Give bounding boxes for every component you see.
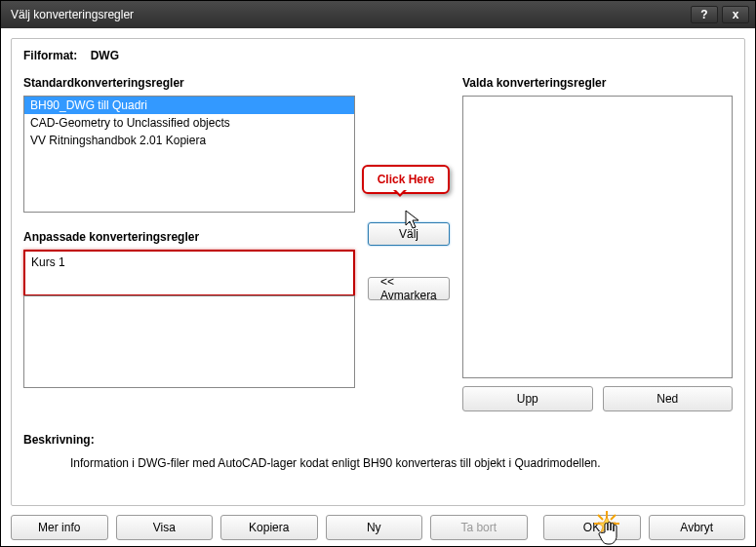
callout-text: Click Here: [378, 173, 435, 186]
close-button[interactable]: x: [722, 6, 749, 23]
file-format-label: Filformat:: [23, 49, 77, 62]
up-button-label: Upp: [517, 392, 538, 406]
delete-button: Ta bort: [430, 515, 528, 540]
delete-label: Ta bort: [460, 521, 497, 534]
custom-rules-list-extra[interactable]: [23, 295, 355, 388]
custom-rules-list[interactable]: Kurs 1: [23, 250, 355, 296]
select-button[interactable]: Välj: [368, 222, 450, 246]
deselect-button[interactable]: << Avmarkera: [368, 277, 450, 300]
custom-rules-label: Anpassade konverteringsregler: [23, 230, 355, 244]
list-item[interactable]: CAD-Geometry to Unclassified objects: [24, 114, 354, 132]
new-button[interactable]: Ny: [326, 515, 423, 540]
dialog-content: Filformat: DWG Standardkonverteringsregl…: [1, 28, 755, 546]
description-text: Information i DWG-filer med AutoCAD-lage…: [70, 456, 733, 470]
more-info-button[interactable]: Mer info: [11, 515, 108, 540]
standard-rules-list[interactable]: BH90_DWG till Quadri CAD-Geometry to Unc…: [23, 96, 355, 213]
title-bar: Välj konverteringsregler ? x: [1, 1, 755, 28]
ok-label: OK: [583, 521, 600, 534]
close-icon: x: [733, 8, 739, 21]
down-button-label: Ned: [657, 392, 678, 406]
new-label: Ny: [367, 521, 381, 534]
window-title: Välj konverteringsregler: [11, 8, 687, 21]
help-button[interactable]: ?: [691, 6, 718, 23]
callout-tooltip: Click Here: [362, 165, 450, 194]
show-label: Visa: [153, 521, 176, 534]
select-button-label: Välj: [399, 227, 418, 241]
cancel-button[interactable]: Avbryt: [649, 515, 746, 540]
more-info-label: Mer info: [38, 521, 80, 534]
cancel-label: Avbryt: [680, 521, 713, 534]
selected-rules-label: Valda konverteringsregler: [462, 76, 733, 90]
copy-button[interactable]: Kopiera: [220, 515, 318, 540]
dialog-frame: Filformat: DWG Standardkonverteringsregl…: [11, 38, 745, 506]
list-item[interactable]: Kurs 1: [31, 255, 347, 269]
down-button[interactable]: Ned: [603, 386, 734, 411]
help-icon: ?: [700, 8, 707, 21]
up-button[interactable]: Upp: [462, 386, 593, 411]
deselect-button-label: << Avmarkera: [380, 275, 437, 302]
standard-rules-label: Standardkonverteringsregler: [23, 76, 355, 90]
bottom-button-bar: Mer info Visa Kopiera Ny Ta bort OK: [11, 515, 745, 540]
ok-button[interactable]: OK: [543, 515, 641, 540]
list-item[interactable]: VV Ritningshandbok 2.01 Kopiera: [24, 132, 354, 149]
description-label: Beskrivning:: [23, 433, 733, 447]
selected-rules-list[interactable]: [462, 96, 733, 378]
show-button[interactable]: Visa: [116, 515, 214, 540]
copy-label: Kopiera: [249, 521, 289, 534]
file-format-value: DWG: [91, 49, 119, 62]
file-format-row: Filformat: DWG: [23, 49, 733, 62]
list-item[interactable]: BH90_DWG till Quadri: [24, 97, 354, 114]
